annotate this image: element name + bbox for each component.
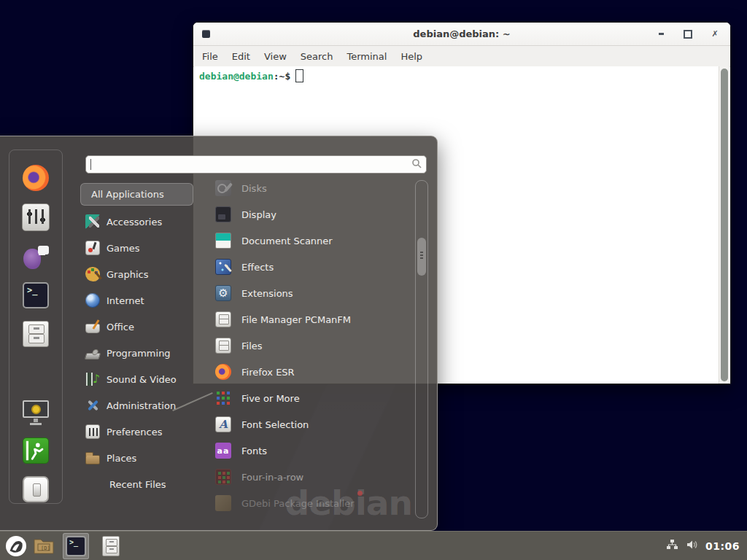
terminal-menubar: FileEditViewSearchTerminalHelp <box>193 46 730 67</box>
menu-scrollbar[interactable] <box>415 180 428 518</box>
terminal-cursor <box>295 69 303 82</box>
app-label: Five or More <box>241 393 300 404</box>
category-office[interactable]: Office <box>80 314 193 340</box>
terminal-scrollbar[interactable] <box>719 66 729 384</box>
category-accessories[interactable]: Accessories <box>80 209 193 235</box>
programming-icon <box>85 353 101 359</box>
accessories-icon <box>85 214 100 229</box>
category-sound-video[interactable]: Sound & Video <box>80 366 193 392</box>
terminal-menu-terminal[interactable]: Terminal <box>347 51 387 62</box>
window-button-files[interactable] <box>98 533 124 559</box>
minimize-button[interactable] <box>656 29 666 39</box>
preferences-icon <box>85 424 100 439</box>
app-disks[interactable]: Disks <box>206 175 414 201</box>
category-label: Places <box>107 453 136 464</box>
category-programming[interactable]: Programming <box>80 340 193 366</box>
terminal-window-icon <box>202 30 210 38</box>
terminal-menu-help[interactable]: Help <box>400 51 422 62</box>
cabinet-s-icon <box>215 311 231 327</box>
window-button-terminal[interactable] <box>63 533 89 559</box>
display-icon <box>215 206 231 222</box>
games-icon <box>85 241 100 255</box>
category-label: Programming <box>107 348 171 359</box>
file-manager-launcher[interactable]: [D] <box>31 533 57 559</box>
effects-icon <box>215 259 231 275</box>
system-tray: 01:06 <box>666 539 747 553</box>
terminal-menu-edit[interactable]: Edit <box>232 51 250 62</box>
terminal-icon[interactable] <box>23 282 49 308</box>
svg-text:[D]: [D] <box>41 545 50 551</box>
application-list: DisksDisplayDocument ScannerEffectsExten… <box>206 175 414 516</box>
app-display[interactable]: Display <box>206 201 414 228</box>
search-icon <box>411 158 422 171</box>
maximize-button[interactable] <box>683 29 693 39</box>
four-in-a-row-icon <box>215 469 231 485</box>
category-label: Office <box>107 322 134 332</box>
app-five-or-more[interactable]: Five or More <box>206 385 414 411</box>
category-label: Administration <box>107 400 176 411</box>
app-label: GDebi Package Installer <box>241 498 355 509</box>
category-preferences[interactable]: Preferences <box>80 419 193 445</box>
category-label: All Applications <box>91 189 164 200</box>
search-box[interactable] <box>85 155 427 174</box>
settings-icon[interactable] <box>22 203 50 231</box>
app-label: Disks <box>241 183 267 194</box>
app-label: Document Scanner <box>241 236 333 246</box>
category-internet[interactable]: Internet <box>80 287 193 314</box>
terminal-titlebar[interactable]: debian@debian: ~ ✗ <box>193 23 730 46</box>
app-document-scanner[interactable]: Document Scanner <box>206 228 414 254</box>
fonts-icon <box>215 443 231 459</box>
category-recent-files[interactable]: Recent Files <box>80 471 193 497</box>
administration-icon <box>85 398 100 413</box>
category-list: All ApplicationsAccessoriesGamesGraphics… <box>80 181 193 497</box>
office-icon <box>85 324 100 333</box>
category-all-applications[interactable]: All Applications <box>80 183 193 206</box>
app-label: Extensions <box>241 288 293 299</box>
category-games[interactable]: Games <box>80 235 193 261</box>
close-button[interactable]: ✗ <box>710 29 720 39</box>
app-label: Files <box>241 341 263 351</box>
category-graphics[interactable]: Graphics <box>80 261 193 287</box>
prompt-suffix: :~$ <box>274 71 290 82</box>
graphics-icon <box>85 267 100 281</box>
category-places[interactable]: Places <box>80 445 193 471</box>
app-gdebi-package-installer[interactable]: GDebi Package Installer <box>206 490 414 516</box>
application-menu: debian All ApplicationsAccessoriesGamesG… <box>0 136 438 531</box>
pidgin-icon[interactable] <box>23 244 49 270</box>
logout-icon[interactable] <box>23 438 49 464</box>
app-effects[interactable]: Effects <box>206 254 414 280</box>
lockscreen-icon[interactable] <box>23 399 49 425</box>
network-icon[interactable] <box>666 539 678 553</box>
cabinet-icon[interactable] <box>23 321 49 347</box>
app-firefox-esr[interactable]: Firefox ESR <box>206 359 414 385</box>
app-fonts[interactable]: Fonts <box>206 438 414 464</box>
category-label: Internet <box>107 295 144 306</box>
favorites-panel <box>9 149 63 504</box>
clock[interactable]: 01:06 <box>705 540 740 552</box>
terminal-menu-view[interactable]: View <box>264 51 287 62</box>
app-extensions[interactable]: Extensions <box>206 280 414 306</box>
terminal-prompt: debian@debian:~$ <box>199 69 303 82</box>
category-administration[interactable]: Administration <box>80 392 193 419</box>
menu-logo-icon <box>5 535 27 557</box>
five-or-more-icon <box>215 390 231 406</box>
menu-button[interactable] <box>3 533 29 559</box>
app-label: File Manager PCManFM <box>241 314 351 325</box>
app-font-selection[interactable]: Font Selection <box>206 411 414 438</box>
app-label: Firefox ESR <box>241 367 295 378</box>
folder-icon: [D] <box>33 537 55 556</box>
file-cabinet-icon <box>102 536 120 556</box>
terminal-menu-file[interactable]: File <box>202 51 218 62</box>
firefox-icon[interactable] <box>23 165 49 191</box>
volume-icon[interactable] <box>686 539 698 553</box>
app-four-in-a-row[interactable]: Four-in-a-row <box>206 464 414 490</box>
app-files[interactable]: Files <box>206 332 414 359</box>
menu-scrollbar-thumb[interactable] <box>417 238 426 276</box>
terminal-menu-search[interactable]: Search <box>301 51 333 62</box>
shutdown-icon[interactable] <box>23 476 49 502</box>
app-file-manager-pcmanfm[interactable]: File Manager PCManFM <box>206 306 414 332</box>
terminal-scrollbar-thumb[interactable] <box>721 69 728 381</box>
cabinet-s-icon <box>215 338 231 354</box>
search-caret <box>90 159 91 170</box>
category-label: Sound & Video <box>107 374 177 385</box>
